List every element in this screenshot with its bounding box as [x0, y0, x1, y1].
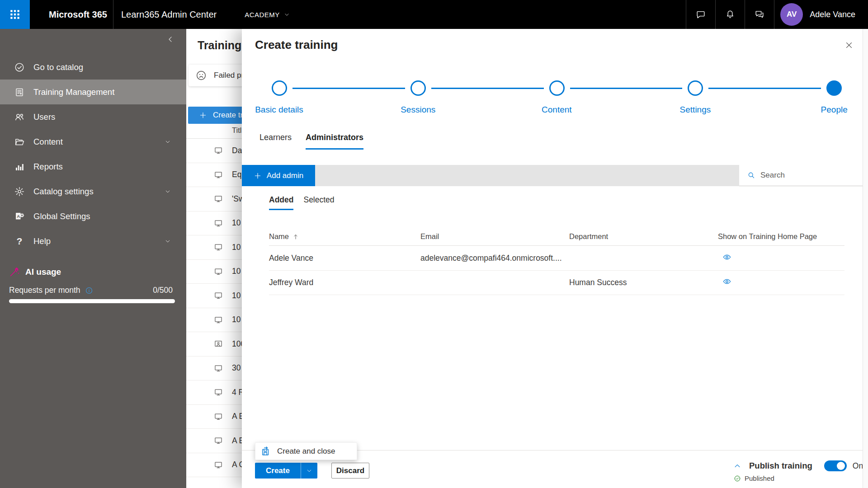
add-admin-button[interactable]: Add admin: [242, 165, 315, 186]
department-column-header[interactable]: Department: [569, 232, 608, 241]
subtab-added[interactable]: Added: [269, 195, 293, 210]
sidebar-item-help[interactable]: ?Help: [0, 229, 186, 253]
course-icon: [214, 412, 223, 421]
step-basic-details[interactable]: [272, 80, 287, 96]
step-people[interactable]: [826, 80, 842, 96]
chevron-up-icon[interactable]: [733, 462, 741, 470]
course-icon: [214, 267, 223, 276]
tab-learners[interactable]: Learners: [259, 133, 292, 150]
step-sessions[interactable]: [410, 80, 426, 96]
eye-icon[interactable]: [722, 253, 731, 262]
step-label-settings: Settings: [680, 105, 711, 115]
training-title: 10: [232, 243, 241, 252]
chat-button[interactable]: [686, 0, 715, 29]
name-column-header[interactable]: Name: [269, 232, 289, 241]
admin-table-row[interactable]: Jeffrey WardHuman Success: [269, 271, 844, 295]
step-settings[interactable]: [688, 80, 703, 96]
create-split-button: Create: [255, 463, 317, 479]
requests-label: Requests per month: [9, 286, 80, 295]
search-input[interactable]: [760, 171, 851, 180]
folder-icon: [14, 136, 25, 147]
published-status: Published: [734, 474, 774, 482]
sidebar-item-content[interactable]: Content: [0, 129, 186, 154]
tab-administrators[interactable]: Administrators: [306, 133, 363, 150]
training-title: 10: [232, 291, 241, 300]
sidebar-item-go-to-catalog[interactable]: Go to catalog: [0, 55, 186, 80]
sidebar-item-users[interactable]: Users: [0, 104, 186, 129]
dialog-scrollbar[interactable]: [863, 29, 868, 488]
toggle-state-label: On: [853, 461, 863, 471]
sidebar-item-label: Training Management: [33, 87, 114, 97]
topbar-right: AV Adele Vance: [686, 0, 868, 29]
sort-ascending-icon: [292, 233, 299, 240]
course-icon: [214, 460, 223, 469]
wizard-stepper: Basic detailsSessionsContentSettingsPeop…: [255, 72, 849, 121]
sidebar-collapse-button[interactable]: [166, 35, 175, 43]
divider: [774, 0, 774, 29]
sidebar-item-label: Users: [33, 112, 55, 122]
publish-toggle[interactable]: [824, 460, 847, 471]
feedback-icon: [755, 9, 764, 19]
webinar-icon: [214, 339, 223, 348]
requests-usage: 0/500: [153, 286, 173, 295]
course-icon: [214, 194, 223, 203]
create-button[interactable]: Create: [255, 463, 301, 479]
publish-training-label: Publish training: [749, 461, 812, 471]
feedback-button[interactable]: [745, 0, 774, 29]
reports-icon: [14, 161, 25, 172]
admin-department: Human Success: [569, 278, 718, 287]
show-on-home-column-header[interactable]: Show on Training Home Page: [718, 232, 817, 241]
app-launcher-button[interactable]: [0, 0, 30, 29]
discard-button[interactable]: Discard: [331, 463, 369, 479]
admin-table-body: Adele Vanceadelevance@compafi464.onmicro…: [269, 246, 844, 295]
user-name[interactable]: Adele Vance: [810, 10, 855, 19]
step-content[interactable]: [549, 80, 565, 96]
stepper-track: [255, 72, 849, 96]
close-icon[interactable]: [844, 41, 854, 50]
sidebar-nav: Go to catalogTraining ManagementUsersCon…: [0, 55, 186, 253]
avatar[interactable]: AV: [780, 3, 803, 26]
search-box: [739, 165, 863, 186]
email-column-header[interactable]: Email: [420, 232, 439, 241]
org-name: ACADEMY: [245, 11, 280, 19]
chevron-down-icon: [165, 238, 171, 244]
svg-text:A: A: [17, 213, 20, 218]
info-icon[interactable]: [85, 286, 93, 295]
admin-name: Adele Vance: [269, 253, 420, 263]
product-title: Microsoft 365: [49, 9, 107, 20]
step-label-sessions: Sessions: [401, 105, 435, 115]
sidebar-item-catalog-settings[interactable]: Catalog settings: [0, 179, 186, 204]
step-connector: [292, 88, 405, 89]
admin-table-row[interactable]: Adele Vanceadelevance@compafi464.onmicro…: [269, 246, 844, 271]
training-title: Eq: [232, 170, 241, 179]
org-selector[interactable]: ACADEMY: [245, 11, 290, 19]
chevron-down-icon: [284, 12, 290, 18]
training-title: 10: [232, 267, 241, 276]
training-doc-icon: [14, 87, 25, 98]
create-and-close-label: Create and close: [277, 447, 335, 456]
create-training-dialog: Create training Basic detailsSessionsCon…: [242, 29, 868, 488]
chevron-down-icon: [165, 188, 171, 195]
sidebar-item-reports[interactable]: Reports: [0, 154, 186, 179]
training-title: Da: [232, 146, 242, 155]
ai-usage-label: AI usage: [25, 267, 61, 277]
create-and-close-menu-item[interactable]: Create and close: [255, 442, 357, 460]
waffle-icon: [9, 9, 21, 20]
subtab-selected[interactable]: Selected: [303, 195, 334, 210]
create-dropdown-button[interactable]: [301, 463, 317, 479]
chevron-down-icon: [165, 139, 171, 145]
course-icon: [214, 364, 223, 373]
notifications-button[interactable]: [716, 0, 745, 29]
app-title[interactable]: Learn365 Admin Center: [121, 9, 217, 20]
sidebar-item-ai-usage[interactable]: AI usage: [0, 261, 186, 283]
catalog-check-icon: [14, 62, 25, 73]
people-tabs: LearnersAdministrators: [259, 133, 363, 150]
admin-show-on-home: [718, 253, 844, 264]
sidebar-item-training-management[interactable]: Training Management: [0, 80, 186, 104]
sidebar-item-global-settings[interactable]: AGlobal Settings: [0, 204, 186, 229]
add-admin-label: Add admin: [267, 171, 303, 180]
course-icon: [214, 388, 223, 397]
title-column-header: Titl: [232, 126, 241, 135]
help-icon: ?: [14, 236, 25, 247]
eye-icon[interactable]: [722, 277, 731, 286]
